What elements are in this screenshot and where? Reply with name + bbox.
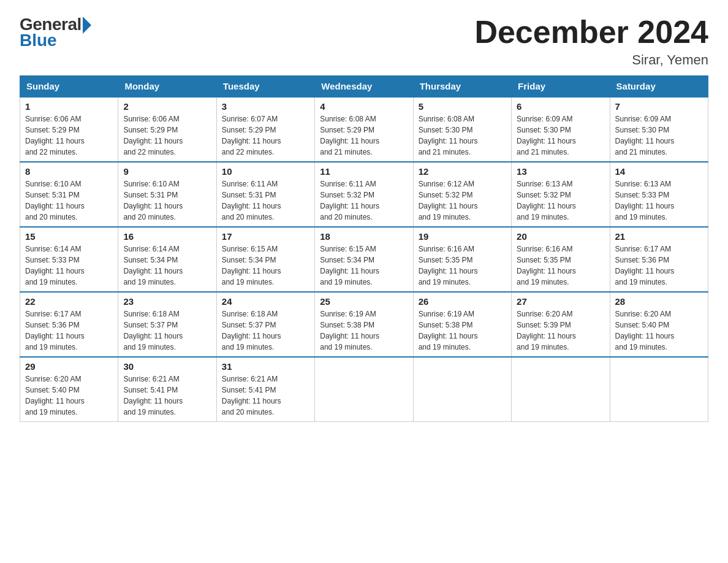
calendar-cell: 16Sunrise: 6:14 AMSunset: 5:34 PMDayligh… bbox=[118, 227, 216, 292]
day-info: Sunrise: 6:13 AMSunset: 5:32 PMDaylight:… bbox=[517, 178, 604, 223]
day-info: Sunrise: 6:09 AMSunset: 5:30 PMDaylight:… bbox=[517, 113, 604, 158]
day-number: 12 bbox=[419, 166, 506, 177]
weekday-header-wednesday: Wednesday bbox=[315, 76, 413, 98]
weekday-header-tuesday: Tuesday bbox=[216, 76, 314, 98]
logo-blue-text: Blue bbox=[20, 31, 57, 50]
day-info: Sunrise: 6:18 AMSunset: 5:37 PMDaylight:… bbox=[123, 308, 211, 353]
calendar-cell: 17Sunrise: 6:15 AMSunset: 5:34 PMDayligh… bbox=[216, 227, 314, 292]
calendar-cell bbox=[413, 357, 511, 422]
day-number: 6 bbox=[517, 101, 604, 112]
calendar-cell: 20Sunrise: 6:16 AMSunset: 5:35 PMDayligh… bbox=[512, 227, 610, 292]
day-info: Sunrise: 6:16 AMSunset: 5:35 PMDaylight:… bbox=[419, 243, 506, 288]
weekday-header-saturday: Saturday bbox=[610, 76, 708, 98]
calendar-cell: 15Sunrise: 6:14 AMSunset: 5:33 PMDayligh… bbox=[20, 227, 118, 292]
calendar-cell: 22Sunrise: 6:17 AMSunset: 5:36 PMDayligh… bbox=[20, 292, 118, 357]
day-info: Sunrise: 6:07 AMSunset: 5:29 PMDaylight:… bbox=[222, 113, 309, 158]
calendar-cell: 13Sunrise: 6:13 AMSunset: 5:32 PMDayligh… bbox=[512, 162, 610, 227]
day-number: 28 bbox=[615, 296, 703, 307]
calendar-cell: 12Sunrise: 6:12 AMSunset: 5:32 PMDayligh… bbox=[413, 162, 511, 227]
day-number: 15 bbox=[25, 231, 113, 242]
day-info: Sunrise: 6:06 AMSunset: 5:29 PMDaylight:… bbox=[123, 113, 211, 158]
day-info: Sunrise: 6:15 AMSunset: 5:34 PMDaylight:… bbox=[320, 243, 408, 288]
calendar-cell: 26Sunrise: 6:19 AMSunset: 5:38 PMDayligh… bbox=[413, 292, 511, 357]
calendar-cell: 30Sunrise: 6:21 AMSunset: 5:41 PMDayligh… bbox=[118, 357, 216, 422]
day-info: Sunrise: 6:19 AMSunset: 5:38 PMDaylight:… bbox=[419, 308, 506, 353]
day-info: Sunrise: 6:11 AMSunset: 5:32 PMDaylight:… bbox=[320, 178, 408, 223]
day-info: Sunrise: 6:14 AMSunset: 5:33 PMDaylight:… bbox=[25, 243, 113, 288]
day-number: 4 bbox=[320, 101, 408, 112]
day-number: 5 bbox=[419, 101, 506, 112]
calendar-cell bbox=[512, 357, 610, 422]
calendar-cell: 3Sunrise: 6:07 AMSunset: 5:29 PMDaylight… bbox=[216, 97, 314, 162]
day-info: Sunrise: 6:17 AMSunset: 5:36 PMDaylight:… bbox=[25, 308, 113, 353]
calendar-cell: 27Sunrise: 6:20 AMSunset: 5:39 PMDayligh… bbox=[512, 292, 610, 357]
day-number: 27 bbox=[517, 296, 604, 307]
day-info: Sunrise: 6:18 AMSunset: 5:37 PMDaylight:… bbox=[222, 308, 309, 353]
day-info: Sunrise: 6:21 AMSunset: 5:41 PMDaylight:… bbox=[222, 373, 309, 418]
day-number: 1 bbox=[25, 101, 113, 112]
day-number: 30 bbox=[123, 361, 211, 372]
day-number: 26 bbox=[419, 296, 506, 307]
calendar-cell bbox=[610, 357, 708, 422]
day-number: 24 bbox=[222, 296, 309, 307]
day-number: 23 bbox=[123, 296, 211, 307]
calendar-cell bbox=[315, 357, 413, 422]
calendar-cell: 1Sunrise: 6:06 AMSunset: 5:29 PMDaylight… bbox=[20, 97, 118, 162]
day-info: Sunrise: 6:06 AMSunset: 5:29 PMDaylight:… bbox=[25, 113, 113, 158]
calendar-table: SundayMondayTuesdayWednesdayThursdayFrid… bbox=[20, 75, 708, 422]
day-number: 9 bbox=[123, 166, 211, 177]
calendar-cell: 23Sunrise: 6:18 AMSunset: 5:37 PMDayligh… bbox=[118, 292, 216, 357]
day-info: Sunrise: 6:20 AMSunset: 5:39 PMDaylight:… bbox=[517, 308, 604, 353]
day-info: Sunrise: 6:19 AMSunset: 5:38 PMDaylight:… bbox=[320, 308, 408, 353]
calendar-cell: 6Sunrise: 6:09 AMSunset: 5:30 PMDaylight… bbox=[512, 97, 610, 162]
day-info: Sunrise: 6:20 AMSunset: 5:40 PMDaylight:… bbox=[25, 373, 113, 418]
day-number: 11 bbox=[320, 166, 408, 177]
day-info: Sunrise: 6:10 AMSunset: 5:31 PMDaylight:… bbox=[123, 178, 211, 223]
day-info: Sunrise: 6:15 AMSunset: 5:34 PMDaylight:… bbox=[222, 243, 309, 288]
calendar-cell: 11Sunrise: 6:11 AMSunset: 5:32 PMDayligh… bbox=[315, 162, 413, 227]
day-info: Sunrise: 6:13 AMSunset: 5:33 PMDaylight:… bbox=[615, 178, 703, 223]
calendar-cell: 9Sunrise: 6:10 AMSunset: 5:31 PMDaylight… bbox=[118, 162, 216, 227]
day-info: Sunrise: 6:16 AMSunset: 5:35 PMDaylight:… bbox=[517, 243, 604, 288]
title-section: December 2024 Sirar, Yemen bbox=[474, 15, 708, 68]
day-info: Sunrise: 6:09 AMSunset: 5:30 PMDaylight:… bbox=[615, 113, 703, 158]
day-number: 14 bbox=[615, 166, 703, 177]
calendar-cell: 28Sunrise: 6:20 AMSunset: 5:40 PMDayligh… bbox=[610, 292, 708, 357]
page-header: General Blue December 2024 Sirar, Yemen bbox=[20, 15, 708, 68]
day-number: 16 bbox=[123, 231, 211, 242]
day-number: 22 bbox=[25, 296, 113, 307]
calendar-cell: 2Sunrise: 6:06 AMSunset: 5:29 PMDaylight… bbox=[118, 97, 216, 162]
calendar-cell: 31Sunrise: 6:21 AMSunset: 5:41 PMDayligh… bbox=[216, 357, 314, 422]
calendar-cell: 21Sunrise: 6:17 AMSunset: 5:36 PMDayligh… bbox=[610, 227, 708, 292]
calendar-cell: 4Sunrise: 6:08 AMSunset: 5:29 PMDaylight… bbox=[315, 97, 413, 162]
day-number: 3 bbox=[222, 101, 309, 112]
day-info: Sunrise: 6:21 AMSunset: 5:41 PMDaylight:… bbox=[123, 373, 211, 418]
weekday-header-monday: Monday bbox=[118, 76, 216, 98]
day-number: 10 bbox=[222, 166, 309, 177]
day-info: Sunrise: 6:17 AMSunset: 5:36 PMDaylight:… bbox=[615, 243, 703, 288]
day-info: Sunrise: 6:20 AMSunset: 5:40 PMDaylight:… bbox=[615, 308, 703, 353]
day-number: 21 bbox=[615, 231, 703, 242]
day-info: Sunrise: 6:14 AMSunset: 5:34 PMDaylight:… bbox=[123, 243, 211, 288]
day-number: 17 bbox=[222, 231, 309, 242]
calendar-cell: 18Sunrise: 6:15 AMSunset: 5:34 PMDayligh… bbox=[315, 227, 413, 292]
calendar-cell: 5Sunrise: 6:08 AMSunset: 5:30 PMDaylight… bbox=[413, 97, 511, 162]
day-info: Sunrise: 6:08 AMSunset: 5:30 PMDaylight:… bbox=[419, 113, 506, 158]
weekday-header-friday: Friday bbox=[512, 76, 610, 98]
calendar-subtitle: Sirar, Yemen bbox=[474, 52, 708, 68]
calendar-cell: 24Sunrise: 6:18 AMSunset: 5:37 PMDayligh… bbox=[216, 292, 314, 357]
day-number: 13 bbox=[517, 166, 604, 177]
calendar-cell: 25Sunrise: 6:19 AMSunset: 5:38 PMDayligh… bbox=[315, 292, 413, 357]
weekday-header-sunday: Sunday bbox=[20, 76, 118, 98]
day-number: 31 bbox=[222, 361, 309, 372]
day-number: 25 bbox=[320, 296, 408, 307]
day-info: Sunrise: 6:12 AMSunset: 5:32 PMDaylight:… bbox=[419, 178, 506, 223]
day-info: Sunrise: 6:10 AMSunset: 5:31 PMDaylight:… bbox=[25, 178, 113, 223]
calendar-cell: 7Sunrise: 6:09 AMSunset: 5:30 PMDaylight… bbox=[610, 97, 708, 162]
day-number: 7 bbox=[615, 101, 703, 112]
day-info: Sunrise: 6:11 AMSunset: 5:31 PMDaylight:… bbox=[222, 178, 309, 223]
calendar-cell: 29Sunrise: 6:20 AMSunset: 5:40 PMDayligh… bbox=[20, 357, 118, 422]
logo-arrow-icon bbox=[83, 17, 91, 34]
day-number: 8 bbox=[25, 166, 113, 177]
logo: General Blue bbox=[20, 15, 91, 50]
